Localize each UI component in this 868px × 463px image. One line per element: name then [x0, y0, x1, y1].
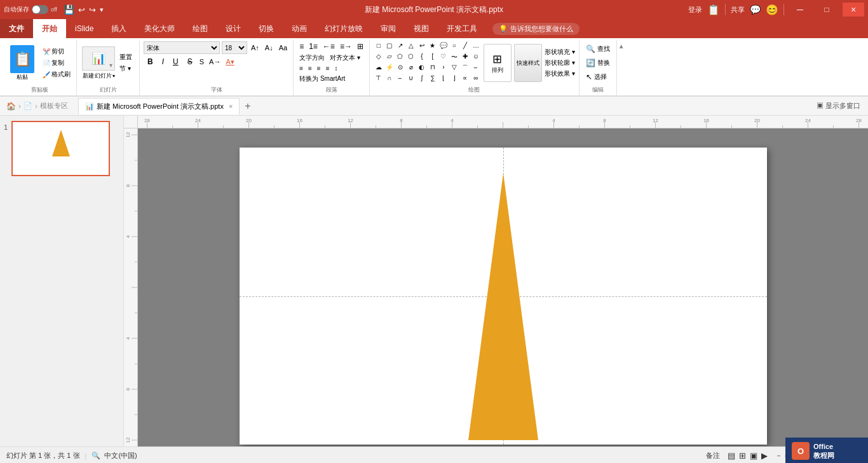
undo-icon[interactable]: ↩ [78, 5, 85, 15]
new-slide-button[interactable]: ▾ 📊 新建幻灯片▾ [82, 46, 115, 80]
line-spacing-button[interactable]: ↕ [333, 64, 340, 73]
ribbon-collapse-button[interactable]: ▲ [617, 40, 626, 95]
slide-thumbnail[interactable] [11, 121, 110, 176]
find-button[interactable]: 🔍 查找 [583, 43, 613, 55]
shape-star[interactable]: ★ [428, 42, 438, 52]
maximize-button[interactable]: □ [816, 3, 837, 17]
tab-slideshow[interactable]: 幻灯片放映 [316, 19, 372, 38]
bold-button[interactable]: B [144, 56, 157, 67]
bullets-button[interactable]: ≡ [297, 41, 306, 52]
paste-button[interactable]: 📋 粘贴 [6, 44, 38, 83]
tab-transitions[interactable]: 切换 [250, 19, 283, 38]
tab-close-button[interactable]: × [229, 102, 233, 110]
increase-indent-button[interactable]: ≡→ [338, 41, 354, 52]
quick-style-button[interactable]: 快速样式 [514, 44, 542, 82]
new-file-icon[interactable]: 📄 [24, 102, 32, 110]
shape-wave[interactable]: 〜 [449, 53, 459, 63]
font-grow-button[interactable]: A↑ [249, 43, 261, 52]
shape-ribbon[interactable]: ⊓ [428, 64, 438, 74]
emoji-icon[interactable]: 😊 [766, 4, 778, 16]
shape-custom3[interactable]: ∩ [384, 74, 395, 85]
normal-view-icon[interactable]: ▤ [728, 451, 735, 460]
shape-line[interactable]: ╱ [460, 42, 470, 52]
tab-developer[interactable]: 开发工具 [438, 19, 486, 38]
shape-custom9[interactable]: ∝ [460, 74, 470, 85]
font-color-button[interactable]: A▾ [224, 57, 236, 67]
shape-outline-button[interactable]: 形状轮廓 ▾ [545, 59, 575, 67]
text-shadow-button[interactable]: S [198, 57, 206, 66]
shape-brace[interactable]: { [417, 53, 427, 63]
shape-heart[interactable]: ♡ [438, 53, 449, 63]
tab-beautify[interactable]: 美化大师 [135, 19, 184, 38]
slideshow-icon[interactable]: ▶ [761, 451, 768, 460]
italic-button[interactable]: I [158, 56, 168, 67]
decrease-indent-button[interactable]: ←≡ [321, 41, 337, 52]
reset-button[interactable]: 重置 [118, 52, 134, 62]
shape-triangle[interactable]: △ [406, 42, 416, 52]
zoom-out-icon[interactable]: － [775, 451, 782, 460]
shape-cloud[interactable]: ☁ [374, 64, 384, 74]
shape-custom6[interactable]: ∑ [428, 74, 438, 85]
shape-donut[interactable]: ⊙ [395, 64, 405, 74]
shape-cylinder[interactable]: ⌀ [406, 64, 416, 74]
justify-button[interactable]: ≡ [324, 64, 332, 73]
replace-button[interactable]: 🔄 替换 [583, 57, 613, 69]
shape-chevron[interactable]: › [438, 64, 449, 74]
tab-insert[interactable]: 插入 [102, 19, 135, 38]
shape-smiley[interactable]: ☺ [471, 53, 481, 63]
shape-custom4[interactable]: ∪ [406, 74, 416, 85]
shape-rounded-rect[interactable]: ▢ [384, 42, 395, 52]
multi-window-button[interactable]: ▣ 显示多窗口 [811, 100, 865, 112]
shape-moon[interactable]: ◐ [417, 64, 427, 74]
file-tab-item[interactable]: 📊 新建 Microsoft PowerPoint 演示文稿.pptx × [78, 98, 240, 114]
shape-custom1[interactable]: ⌒ [460, 64, 470, 74]
tab-view[interactable]: 视图 [405, 19, 438, 38]
numbering-button[interactable]: 1≡ [307, 41, 320, 52]
text-direction-button[interactable]: 文字方向 [297, 53, 327, 63]
shape-arrow[interactable]: ↗ [395, 42, 405, 52]
strikethrough-button[interactable]: S [184, 56, 196, 67]
comment-icon[interactable]: 💬 [750, 4, 761, 15]
tab-draw[interactable]: 绘图 [184, 19, 217, 38]
autosave-toggle[interactable] [32, 5, 48, 14]
columns-button[interactable]: ⊞ [355, 41, 365, 52]
char-spacing-button[interactable]: A→ [207, 57, 222, 66]
shape-custom5[interactable]: ∫ [417, 74, 427, 85]
select-button[interactable]: ↖ 选择 [583, 71, 613, 83]
tab-review[interactable]: 审阅 [372, 19, 405, 38]
shape-callout[interactable]: 💬 [438, 42, 449, 52]
canvas-area[interactable] [138, 128, 868, 446]
format-painter-button[interactable]: 🖌️格式刷 [41, 69, 72, 79]
font-name-select[interactable]: 宋体 [144, 41, 220, 54]
arrange-button[interactable]: ⊞ 排列 [484, 44, 512, 82]
shape-funnel[interactable]: ▽ [449, 64, 459, 74]
font-size-select[interactable]: 18 [222, 41, 247, 54]
shape-parallelogram[interactable]: ▱ [384, 53, 395, 63]
align-left-button[interactable]: ≡ [297, 64, 305, 73]
presentation-options-icon[interactable]: ▾ [100, 6, 104, 14]
shape-bracket[interactable]: [ [428, 53, 438, 63]
home-breadcrumb-icon[interactable]: 🏠 [6, 102, 16, 111]
smartart-button[interactable]: 转换为 SmartArt [297, 74, 347, 84]
tab-home[interactable]: 开始 [33, 19, 66, 38]
font-shrink-button[interactable]: A↓ [263, 43, 275, 52]
minimize-button[interactable]: ─ [789, 3, 811, 17]
save-icon[interactable]: 💾 [64, 4, 74, 15]
shape-lightning[interactable]: ⚡ [384, 64, 395, 74]
login-button[interactable]: 登录 [688, 5, 702, 15]
align-center-button[interactable]: ≡ [306, 64, 314, 73]
office-fan-badge[interactable]: O Office 教程网 [785, 438, 868, 463]
shape-custom7[interactable]: ⌊ [438, 74, 449, 85]
tab-design[interactable]: 设计 [217, 19, 250, 38]
shape-effect-button[interactable]: 形状效果 ▾ [545, 69, 575, 78]
user-avatar-icon[interactable]: 📋 [707, 4, 720, 16]
align-text-button[interactable]: 对齐文本 ▾ [328, 53, 362, 63]
shape-t[interactable]: ⊤ [374, 74, 384, 85]
template-zone-tab[interactable]: 模板专区 [40, 101, 68, 111]
shape-diamond[interactable]: ◇ [374, 53, 384, 63]
redo-icon[interactable]: ↪ [89, 5, 96, 15]
share-button[interactable]: 共享 [731, 5, 745, 15]
tell-me-input[interactable]: 💡 告诉我您想要做什么 [492, 23, 580, 35]
shape-custom10[interactable]: ∞ [471, 74, 481, 85]
font-clear-button[interactable]: Aa [277, 43, 289, 52]
